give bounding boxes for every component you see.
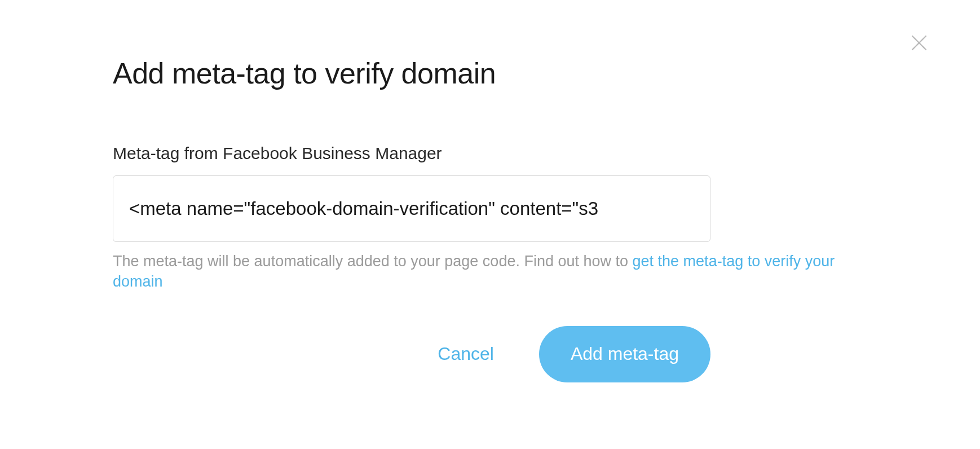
meta-tag-field-label: Meta-tag from Facebook Business Manager bbox=[113, 144, 867, 163]
meta-tag-input[interactable] bbox=[113, 175, 710, 242]
dialog-title: Add meta-tag to verify domain bbox=[113, 56, 867, 90]
close-icon bbox=[909, 33, 929, 53]
verify-domain-dialog: Add meta-tag to verify domain Meta-tag f… bbox=[0, 0, 980, 449]
cancel-button[interactable]: Cancel bbox=[426, 338, 505, 370]
close-button[interactable] bbox=[909, 33, 929, 53]
add-meta-tag-button[interactable]: Add meta-tag bbox=[539, 326, 710, 382]
helper-text: The meta-tag will be automatically added… bbox=[113, 251, 867, 292]
dialog-button-row: Cancel Add meta-tag bbox=[113, 326, 710, 382]
helper-text-static: The meta-tag will be automatically added… bbox=[113, 253, 633, 270]
